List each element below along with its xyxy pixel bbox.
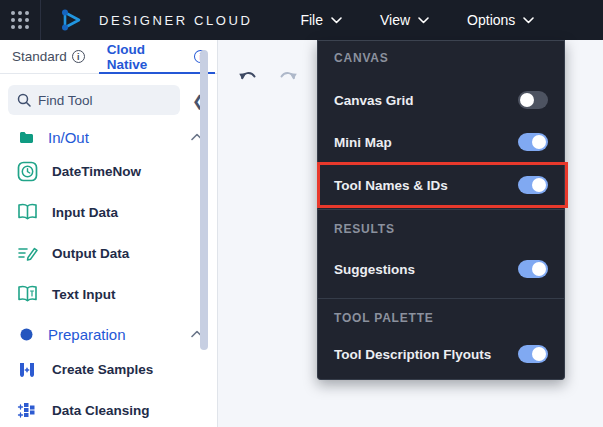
menu-item-tool-description-flyouts[interactable]: Tool Description Flyouts [334,333,548,375]
chevron-down-icon [418,17,429,24]
toggle-knob [532,347,546,361]
tool-item-create-samples[interactable]: Create Samples [0,349,217,390]
designer-cloud-logo-icon [59,8,85,32]
tool-item-output-data[interactable]: Output Data [0,233,217,274]
app-title: DESIGNER CLOUD [99,13,252,28]
cleanse-columns-icon [16,401,38,421]
tab-standard[interactable]: Standard i [2,40,95,73]
tool-item-input-data[interactable]: Input Data [0,192,217,233]
menu-divider [318,298,564,299]
menu-section-header-results: RESULTS [334,222,548,238]
menu-divider [318,209,564,210]
suggestions-toggle[interactable] [518,260,548,278]
circle-icon [18,328,34,341]
menu-section-header-tool-palette: TOOL PALETTE [334,311,548,327]
tool-item-text-input[interactable]: Text Input [0,274,217,315]
tool-description-flyouts-toggle[interactable] [518,345,548,363]
toggle-knob [532,262,546,276]
toggle-knob [532,178,546,192]
find-tool-searchbox[interactable] [8,85,180,115]
mini-map-toggle[interactable] [518,133,548,151]
palette-tabs: Standard i Cloud Native i [0,40,217,74]
folder-icon [18,131,34,144]
menu-item-mini-map[interactable]: Mini Map [334,121,548,163]
menubar: File View Options [300,12,534,28]
toggle-knob [532,135,546,149]
tab-cloud-native[interactable]: Cloud Native i [97,40,217,73]
chevron-down-icon [523,17,534,24]
menu-item-canvas-grid[interactable]: Canvas Grid [334,79,548,121]
app-grid-button[interactable] [0,0,40,40]
redo-icon [276,68,298,83]
menu-view[interactable]: View [380,12,429,28]
open-book-icon [16,203,38,222]
menu-file[interactable]: File [300,12,342,28]
info-icon[interactable]: i [72,50,85,63]
menu-section-header-canvas: CANVAS [334,41,548,67]
search-icon [17,93,31,107]
menu-options[interactable]: Options [467,12,534,28]
tool-item-datetimenow[interactable]: DateTimeNow [0,151,217,192]
undo-button[interactable] [238,68,260,83]
redo-button[interactable] [276,68,298,83]
top-bar: DESIGNER CLOUD File View Options [0,0,603,40]
category-in-out[interactable]: In/Out [0,123,217,151]
menu-item-suggestions[interactable]: Suggestions [334,248,548,290]
tool-names-ids-toggle[interactable] [518,176,548,194]
find-tool-input[interactable] [38,93,158,108]
tool-item-data-cleansing[interactable]: Data Cleansing [0,390,217,427]
tool-palette-sidebar: Standard i Cloud Native i ❮ In/Out DateT… [0,40,217,427]
book-text-icon [16,285,38,304]
canvas-grid-toggle[interactable] [518,91,548,109]
test-tubes-icon [16,360,38,380]
category-preparation[interactable]: Preparation [0,319,217,349]
menu-item-tool-names-ids[interactable]: Tool Names & IDs [334,163,548,207]
sidebar-scrollbar[interactable] [200,50,208,350]
undo-icon [238,68,260,83]
view-menu-panel: CANVAS Canvas Grid Mini Map Tool Names &… [317,40,565,380]
pencil-lines-icon [16,244,38,263]
clock-square-icon [16,161,38,182]
chevron-down-icon [331,17,342,24]
topbar-divider [40,0,41,40]
toggle-knob [520,93,534,107]
grid-icon [11,11,29,29]
